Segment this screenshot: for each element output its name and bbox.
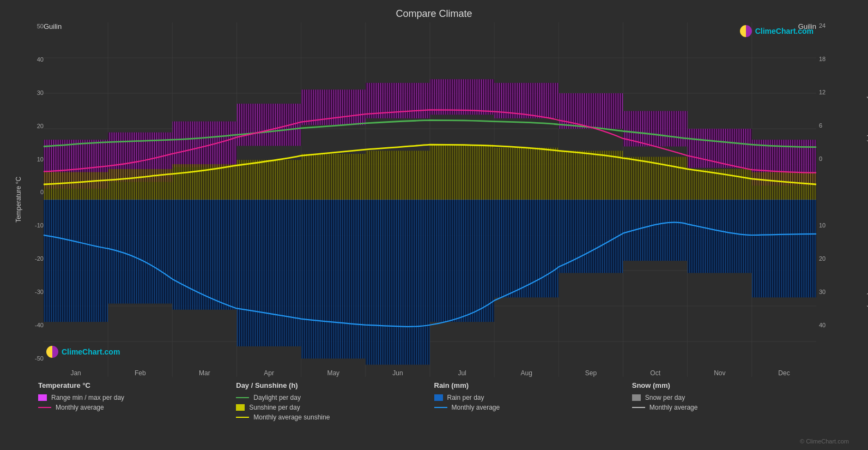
legend-item-monthly-avg-temp: Monthly average (38, 404, 236, 411)
legend-label-monthly-avg-temp: Monthly average (56, 404, 104, 411)
svg-rect-57 (752, 200, 816, 297)
legend-item-daylight: Daylight per day (236, 394, 434, 401)
svg-rect-39 (366, 151, 430, 200)
x-label-jan: Jan (44, 369, 108, 377)
svg-rect-51 (366, 200, 430, 365)
legend-title-sunshine: Day / Sunshine (h) (236, 381, 434, 389)
brand-icon-bottom (46, 346, 58, 358)
svg-rect-49 (237, 200, 301, 346)
svg-rect-30 (559, 93, 623, 129)
x-label-dec: Dec (752, 369, 816, 377)
left-tick-50: 50 (11, 23, 44, 29)
brand-text-top: ClimeChart.com (755, 27, 814, 35)
main-chart-svg (44, 22, 816, 377)
legend-label-sunshine-avg: Monthly average sunshine (253, 413, 330, 421)
right-day-values: 24 18 12 6 0 0 10 20 30 40 . (816, 22, 838, 377)
legend-label-snow-day: Snow per day (645, 394, 685, 401)
x-label-jun: Jun (366, 369, 430, 377)
legend-title-snow: Snow (mm) (632, 381, 830, 389)
right-rain-20: 20 (819, 255, 838, 262)
svg-rect-37 (237, 160, 301, 200)
right-axis-labels: Day / Sunshine (h) Rain / Snow (mm) (838, 22, 857, 377)
right-day-12: 12 (819, 89, 838, 95)
left-tick-n10: -10 (11, 223, 44, 229)
chart-svg-container: Guilin Guilin ClimeChart.com ClimeChart.… (44, 22, 816, 377)
svg-rect-35 (108, 169, 172, 200)
svg-rect-48 (172, 200, 236, 310)
left-axis-label: Temperature °C (15, 177, 22, 223)
right-day-axis: 24 18 12 6 0 0 10 20 30 40 . (816, 22, 838, 377)
svg-rect-29 (494, 83, 559, 118)
right-rain-40: 40 (819, 322, 838, 328)
legend-item-snow-day: Snow per day (632, 394, 830, 401)
x-label-aug: Aug (494, 369, 559, 377)
copyright: © ClimeChart.com (11, 438, 857, 445)
legend-label-monthly-avg-snow: Monthly average (650, 404, 698, 411)
legend-swatch-yellow (236, 404, 245, 411)
x-axis-labels: Jan Feb Mar Apr May Jun Jul Aug Sep Oct … (44, 369, 816, 377)
page-container: Compare Climate 50 40 30 20 10 0 -10 -20… (0, 0, 868, 450)
svg-rect-42 (559, 151, 623, 200)
legend-swatch-blue (434, 394, 443, 401)
legend-section-snow: Snow (mm) Snow per day Monthly average (632, 381, 830, 437)
svg-rect-46 (44, 200, 108, 322)
svg-rect-41 (494, 148, 559, 200)
left-tick-n50: -50 (11, 356, 44, 362)
legend-area: Temperature °C Range min / max per day M… (11, 377, 857, 437)
right-rain-10: 10 (819, 222, 838, 229)
svg-rect-50 (301, 200, 366, 358)
brand-text-bottom: ClimeChart.com (62, 347, 120, 356)
svg-rect-40 (430, 145, 494, 200)
x-label-mar: Mar (172, 369, 236, 377)
right-day-0: 0 (819, 155, 838, 162)
chart-axes-wrapper: 50 40 30 20 10 0 -10 -20 -30 -40 -50 Tem… (11, 22, 857, 377)
left-tick-10: 10 (11, 157, 44, 163)
legend-item-sunshine-day: Sunshine per day (236, 404, 434, 411)
legend-section-sunshine: Day / Sunshine (h) Daylight per day Suns… (236, 381, 434, 437)
legend-label-daylight: Daylight per day (253, 394, 301, 401)
svg-rect-52 (430, 200, 494, 322)
legend-label-monthly-avg-rain: Monthly average (452, 404, 500, 411)
legend-label-range: Range min / max per day (51, 394, 124, 401)
legend-section-rain: Rain (mm) Rain per day Monthly average (434, 381, 632, 437)
legend-label-rain-day: Rain per day (447, 394, 484, 401)
legend-label-sunshine-day: Sunshine per day (249, 404, 300, 411)
legend-section-temperature: Temperature °C Range min / max per day M… (38, 381, 236, 437)
right-day-18: 18 (819, 56, 838, 62)
legend-line-yellow (236, 417, 249, 418)
svg-rect-32 (688, 129, 752, 168)
left-tick-n30: -30 (11, 289, 44, 295)
x-label-nov: Nov (688, 369, 752, 377)
brand-logo-bottom: ClimeChart.com (46, 346, 120, 358)
svg-rect-36 (172, 164, 236, 200)
legend-line-pink (38, 407, 51, 408)
svg-rect-38 (301, 154, 366, 200)
left-tick-n20: -20 (11, 256, 44, 262)
brand-logo-top: ClimeChart.com (740, 25, 814, 37)
location-label-left: Guilin (44, 22, 62, 31)
left-tick-30: 30 (11, 90, 44, 96)
svg-rect-56 (688, 200, 752, 273)
legend-title-temperature: Temperature °C (38, 381, 236, 389)
right-rain-30: 30 (819, 289, 838, 295)
legend-item-rain-day: Rain per day (434, 394, 632, 401)
brand-icon-top (740, 25, 752, 37)
chart-inner: Guilin Guilin ClimeChart.com ClimeChart.… (44, 22, 816, 377)
legend-item-monthly-avg-snow: Monthly average (632, 404, 830, 411)
x-label-jul: Jul (430, 369, 494, 377)
legend-title-rain: Rain (mm) (434, 381, 632, 389)
legend-swatch-magenta (38, 394, 47, 401)
left-tick-20: 20 (11, 123, 44, 129)
svg-rect-26 (301, 89, 366, 125)
svg-rect-45 (752, 172, 816, 200)
x-label-feb: Feb (108, 369, 172, 377)
left-tick-40: 40 (11, 57, 44, 63)
legend-item-range: Range min / max per day (38, 394, 236, 401)
x-label-sep: Sep (559, 369, 623, 377)
left-tick-n40: -40 (11, 322, 44, 328)
legend-line-green (236, 397, 249, 398)
x-label-apr: Apr (237, 369, 301, 377)
svg-rect-34 (44, 172, 108, 200)
right-day-24: 24 (819, 22, 838, 29)
x-label-oct: Oct (623, 369, 688, 377)
